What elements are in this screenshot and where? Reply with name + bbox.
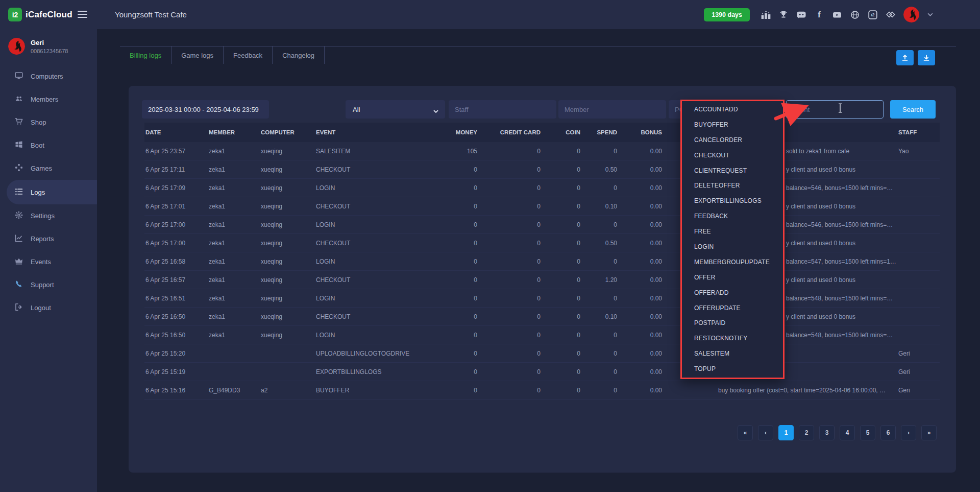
facebook-icon[interactable]: f [814, 10, 824, 20]
event-dropdown-option[interactable]: CHECKOUT [682, 148, 783, 163]
event-dropdown-option[interactable]: DELETEOFFER [682, 178, 783, 194]
user-avatar[interactable] [903, 7, 919, 22]
search-button[interactable]: Search [890, 100, 936, 119]
games-icon [15, 163, 23, 173]
download-button[interactable] [918, 50, 935, 65]
cell-credit_card: 0 [477, 203, 541, 210]
event-dropdown-option[interactable]: FEEDBACK [682, 209, 783, 224]
table-row[interactable]: 6 Apr 25 15:19EXPORTBILLINGLOGS00000.00G… [144, 363, 940, 381]
event-dropdown-option[interactable]: LOGIN [682, 240, 783, 255]
date-range-picker[interactable]: 2025-03-31 00:00 - 2025-04-06 23:59 [142, 100, 269, 119]
tab-feedback[interactable]: Feedback [224, 46, 273, 64]
event-dropdown-option[interactable]: MEMBERGROUPUPDATE [682, 255, 783, 270]
sidebar-item-events[interactable]: Events [0, 250, 97, 273]
event-dropdown-option[interactable]: CLIENTREQUEST [682, 163, 783, 179]
page-button[interactable]: 1 [778, 425, 794, 440]
sidebar-nav: Computers Members Shop Boot Games Logs [0, 65, 97, 319]
icafecloud-icon[interactable]: i2 [868, 10, 878, 20]
tab-game-logs[interactable]: Game logs [172, 46, 224, 64]
table-row[interactable]: 6 Apr 25 17:00zeka1xueqingLOGIN00000.00b… [144, 216, 940, 234]
cell-spend: 0 [580, 368, 617, 376]
event-dropdown-option[interactable]: OFFERADD [682, 286, 783, 301]
event-dropdown-option[interactable]: EXPORTBILLINGLOGS [682, 194, 783, 209]
page-button[interactable]: 3 [819, 425, 835, 440]
table-row[interactable]: 6 Apr 25 16:50zeka1xueqingLOGIN00000.00b… [144, 326, 940, 344]
cell-spend: 0 [580, 387, 617, 394]
table-row[interactable]: 6 Apr 25 16:51zeka1xueqingLOGIN00000.00b… [144, 289, 940, 308]
user-profile[interactable]: Geri 008612345678 [0, 29, 97, 62]
page-button[interactable]: 2 [799, 425, 814, 440]
sidebar-item-support[interactable]: Support [0, 273, 97, 296]
cell-money: 0 [416, 387, 477, 394]
phone-icon [15, 280, 23, 290]
sidebar-item-members[interactable]: Members [0, 88, 97, 111]
event-dropdown-option[interactable]: CANCELORDER [682, 133, 783, 148]
member-input[interactable]: Member [558, 100, 666, 119]
hamburger-menu-icon[interactable] [78, 11, 87, 20]
sidebar-item-boot[interactable]: Boot [0, 134, 97, 157]
table-row[interactable]: 6 Apr 25 16:50zeka1xueqingCHECKOUT0000.1… [144, 308, 940, 326]
page-button[interactable]: 4 [840, 425, 855, 440]
page-button[interactable]: 6 [880, 425, 896, 440]
cell-member: G_B49DD3 [209, 387, 261, 394]
license-days-badge[interactable]: 1390 days [704, 8, 750, 21]
event-dropdown-option[interactable]: OFFERUPDATE [682, 301, 783, 316]
table-row[interactable]: 6 Apr 25 23:57zeka1xueqingSALESITEM10500… [144, 142, 940, 160]
table-row[interactable]: 6 Apr 25 17:01zeka1xueqingCHECKOUT0000.1… [144, 197, 940, 216]
trophy-icon[interactable] [778, 10, 789, 20]
cell-coin: 0 [541, 276, 580, 284]
page-button[interactable]: » [921, 425, 937, 440]
youtube-icon[interactable] [832, 10, 842, 20]
cell-credit_card: 0 [477, 240, 541, 247]
table-row[interactable]: 6 Apr 25 15:16G_B49DD3a2BUYOFFER00000.00… [144, 381, 940, 400]
cell-computer: xueqing [261, 166, 316, 173]
tab-changelog[interactable]: Changelog [273, 46, 325, 64]
event-dropdown-option[interactable]: ACCOUNTADD [682, 102, 783, 118]
table-row[interactable]: 6 Apr 25 17:11zeka1xueqingCHECKOUT0000.5… [144, 160, 940, 179]
page-button[interactable]: 5 [860, 425, 875, 440]
cell-event: CHECKOUT [316, 276, 416, 284]
leaderboard-icon[interactable] [761, 10, 771, 20]
table-row[interactable]: 6 Apr 25 16:58zeka1xueqingLOGIN00000.00b… [144, 252, 940, 271]
table-row[interactable]: 6 Apr 25 15:20UPLOADBILLINGLOGTOGDRIVE00… [144, 344, 940, 363]
upload-button[interactable] [896, 50, 914, 65]
cell-member: zeka1 [209, 184, 261, 192]
event-dropdown-option[interactable]: POSTPAID [682, 316, 783, 331]
event-dropdown-list: ACCOUNTADDBUYOFFERCANCELORDERCHECKOUTCLI… [682, 102, 783, 377]
event-input[interactable]: Event [786, 100, 884, 119]
discord-icon[interactable] [796, 10, 806, 20]
topbar-right: 1390 days f i2 [704, 0, 935, 29]
event-dropdown-option[interactable]: FREE [682, 224, 783, 240]
event-dropdown-option[interactable]: BUYOFFER [682, 118, 783, 133]
sidebar-item-games[interactable]: Games [0, 157, 97, 180]
sidebar-item-computers[interactable]: Computers [0, 65, 97, 88]
page-button[interactable]: › [901, 425, 916, 440]
event-dropdown-option[interactable]: TOPUP [682, 362, 783, 377]
cell-computer: xueqing [261, 276, 316, 284]
table-row[interactable]: 6 Apr 25 17:09zeka1xueqingLOGIN00000.00b… [144, 179, 940, 197]
tab-billing-logs[interactable]: Billing logs [120, 46, 172, 64]
sidebar-item-settings[interactable]: Settings [0, 204, 97, 227]
chevron-down-icon[interactable] [925, 10, 935, 20]
page-button[interactable]: « [738, 425, 753, 440]
cell-computer: xueqing [261, 258, 316, 265]
youngzsoft-icon[interactable] [886, 10, 896, 20]
cell-date: 6 Apr 25 16:58 [144, 258, 209, 265]
globe-icon[interactable] [850, 10, 860, 20]
cell-spend: 0.10 [580, 313, 617, 320]
sidebar-item-reports[interactable]: Reports [0, 227, 97, 250]
staff-input[interactable]: Staff [449, 100, 556, 119]
cell-coin: 0 [541, 387, 580, 394]
sidebar-item-shop[interactable]: Shop [0, 111, 97, 134]
cell-coin: 0 [541, 184, 580, 192]
sidebar-item-logout[interactable]: Logout [0, 296, 97, 319]
sidebar-item-logs[interactable]: Logs [7, 180, 97, 204]
event-dropdown-option[interactable]: OFFER [682, 270, 783, 286]
table-row[interactable]: 6 Apr 25 16:57zeka1xueqingCHECKOUT0001.2… [144, 271, 940, 289]
type-select[interactable]: All [346, 100, 445, 119]
page-button[interactable]: ‹ [758, 425, 773, 440]
column-header: STAFF [898, 129, 940, 135]
table-row[interactable]: 6 Apr 25 17:00zeka1xueqingCHECKOUT0000.5… [144, 234, 940, 252]
event-dropdown-option[interactable]: RESTOCKNOTIFY [682, 331, 783, 346]
event-dropdown-option[interactable]: SALESITEM [682, 346, 783, 362]
